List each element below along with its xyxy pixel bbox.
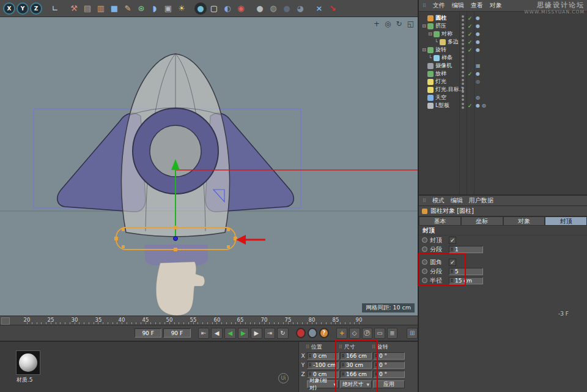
size-z-field[interactable]: 166 cm (340, 371, 372, 378)
deformer-button[interactable]: ◗ (149, 2, 161, 15)
object-row-light[interactable]: 灯光 ◎ (419, 78, 587, 86)
spinner[interactable] (374, 362, 378, 368)
visibility-dots[interactable] (462, 39, 464, 45)
spinner[interactable] (308, 362, 312, 368)
spline-pen-button[interactable]: ✎ (122, 2, 134, 15)
axis-y-lock-button[interactable]: Y (17, 2, 29, 15)
record-keyframe-button[interactable] (296, 328, 306, 338)
keyframe-parameter-button[interactable]: Ⓟ (362, 328, 373, 339)
axis-z-lock-button[interactable]: Z (30, 2, 42, 15)
apply-button[interactable]: 应用 (373, 380, 405, 388)
visibility-dots[interactable] (462, 55, 464, 61)
expand-toggle[interactable]: ⊟ (427, 31, 433, 37)
enable-check[interactable]: ✓ (467, 103, 473, 109)
spinner[interactable] (449, 268, 454, 275)
render-picture-viewer-button[interactable]: ◉ (235, 2, 247, 15)
enable-check[interactable]: ✓ (467, 71, 473, 77)
timeline-grid-button[interactable]: ⊞ (407, 328, 418, 339)
rotation-p-field[interactable]: 0 ° (373, 361, 405, 369)
fillet-checkbox[interactable]: ✓ (449, 259, 456, 266)
menu-objects[interactable]: 对象 (490, 1, 502, 10)
modeling-tool-icon[interactable]: ⚒ (68, 2, 80, 15)
rotation-b-field[interactable]: 0 ° (373, 371, 405, 378)
spinner[interactable] (374, 353, 378, 359)
keyframe-scale-button[interactable]: ◇ (349, 328, 360, 339)
view-pan-icon[interactable]: + (374, 20, 380, 28)
object-tags[interactable]: ● (476, 39, 482, 45)
spinner[interactable] (341, 362, 345, 368)
axis-x-lock-button[interactable]: X (3, 2, 15, 15)
tab-caps[interactable]: 封顶 (545, 216, 587, 226)
object-row-sky[interactable]: 天空 ◍ (419, 94, 587, 102)
object-tags[interactable]: ● (476, 31, 482, 37)
object-tags[interactable]: ● (476, 71, 482, 76)
render-region-button[interactable]: ◐ (221, 2, 234, 15)
menu-view[interactable]: 查看 (471, 1, 483, 10)
goto-end-button[interactable]: ⇥ (264, 328, 276, 339)
visibility-dots[interactable] (462, 95, 464, 101)
viewport[interactable]: + ◎ ↻ ◱ 网格间距: 10 cm (0, 17, 418, 316)
object-tags[interactable]: ●◍ (476, 103, 488, 108)
autokey-button[interactable] (308, 328, 317, 338)
loop-button[interactable]: ↻ (277, 328, 289, 339)
tab-object[interactable]: 对象 (503, 216, 545, 226)
coordinate-system-button[interactable]: ∟ (49, 2, 61, 15)
position-y-field[interactable]: -100 cm (307, 361, 339, 369)
object-row-cylinder[interactable]: 圆柱 ✓● (419, 14, 587, 22)
render-settings-button[interactable]: ▢ (208, 2, 220, 15)
fillet-radius-field[interactable]: 15 cm (449, 277, 483, 284)
fillet-segments-field[interactable]: 5 (449, 268, 483, 275)
object-row-extrude[interactable]: ⊟挤压 ✓● (419, 22, 587, 30)
expand-toggle[interactable]: ⊟ (421, 47, 427, 53)
timeline-ruler[interactable]: 20 25 30 35 40 45 50 55 60 65 70 75 80 8… (0, 316, 418, 325)
menu-mode[interactable]: 模式 (432, 196, 445, 205)
visibility-dots[interactable] (462, 87, 464, 93)
visibility-dots[interactable] (462, 71, 464, 77)
viewport-canvas[interactable] (0, 17, 418, 316)
light-tool-icon[interactable]: ☀ (175, 2, 188, 15)
character-sphere-icon[interactable]: ◕ (294, 2, 306, 15)
keyframe-position-button[interactable]: + (336, 328, 347, 339)
object-row-camera[interactable]: 摄像机 ▦ (419, 62, 587, 70)
menu-edit[interactable]: 编辑 (452, 1, 464, 10)
goto-start-button[interactable]: ⇤ (198, 328, 210, 339)
object-row-loft[interactable]: 放样 ✓● (419, 70, 587, 78)
step-forward-button[interactable]: ▶ (251, 328, 262, 339)
object-tags[interactable]: ◎ (476, 79, 482, 84)
object-row-lathe[interactable]: ⊟旋转 ✓● (419, 46, 587, 54)
object-tags[interactable]: ◍ (476, 95, 482, 100)
origin-point[interactable] (174, 237, 178, 241)
visibility-dots[interactable] (462, 15, 464, 21)
expand-toggle[interactable]: ⊟ (421, 23, 427, 29)
spinner[interactable] (308, 371, 312, 377)
keyframe-dot-icon[interactable] (422, 278, 427, 283)
visibility-dots[interactable] (462, 63, 464, 69)
material-thumbnail[interactable] (16, 350, 40, 375)
menu-file[interactable]: 文件 (433, 1, 445, 10)
spinner[interactable] (341, 353, 345, 359)
object-row-lpanel[interactable]: L型板 ✓●◍ (419, 102, 587, 109)
play-button[interactable]: ▶ (238, 328, 249, 339)
spinner[interactable] (449, 246, 454, 253)
frame-start-field[interactable]: 90 F (135, 328, 161, 338)
object-tags[interactable]: ● (476, 15, 482, 21)
mode-dropdown[interactable]: 对象(相对)▼ (307, 380, 339, 388)
snap-toggle-icon[interactable]: × (313, 2, 325, 15)
keyframe-pla-button[interactable]: ▭ (374, 328, 385, 339)
object-tags[interactable]: ● (476, 23, 482, 29)
view-layout-icon[interactable]: ◱ (407, 20, 414, 28)
primitive-cube-button[interactable]: ■ (108, 2, 120, 15)
size-x-field[interactable]: 166 cm (340, 352, 372, 360)
spinner[interactable] (308, 353, 312, 359)
cap-checkbox[interactable]: ✓ (449, 237, 456, 244)
material-name-label[interactable]: 材质.5 (17, 376, 33, 384)
visibility-dots[interactable] (462, 31, 464, 37)
object-row-spline[interactable]: └样条 (419, 54, 587, 62)
cap-segments-field[interactable]: 1 (449, 246, 483, 253)
environment-globe-icon[interactable]: ◍ (267, 2, 279, 15)
visibility-dots[interactable] (462, 23, 464, 29)
object-tags[interactable]: ● (476, 47, 482, 53)
enable-check[interactable]: ✓ (467, 47, 473, 53)
visibility-dots[interactable] (462, 47, 464, 53)
spinner[interactable] (341, 371, 345, 377)
